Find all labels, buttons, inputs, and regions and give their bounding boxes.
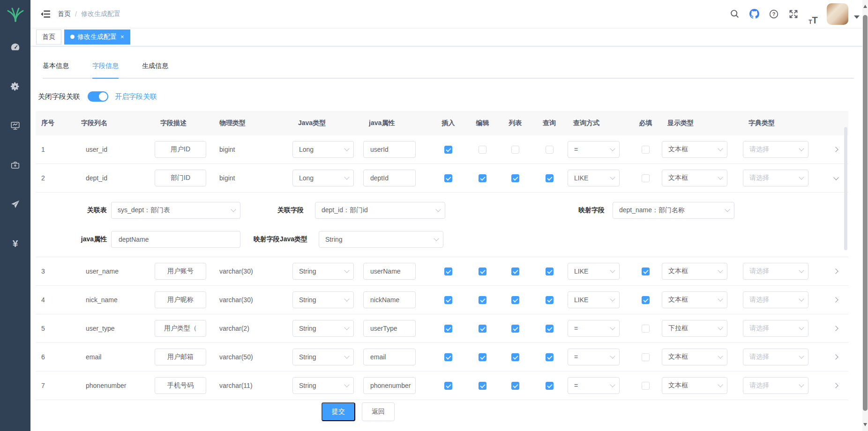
expand-row-button[interactable] xyxy=(831,323,842,334)
java-type-select[interactable]: String xyxy=(292,377,354,394)
expand-row-button[interactable] xyxy=(831,380,842,391)
insert-checkbox[interactable] xyxy=(444,296,452,304)
assoc-field-select[interactable]: dept_id：部门id xyxy=(315,202,445,219)
edit-checkbox[interactable] xyxy=(479,174,486,182)
expand-row-button[interactable] xyxy=(831,144,842,155)
tab-field-info[interactable]: 字段信息 xyxy=(92,62,119,78)
query-checkbox[interactable] xyxy=(546,353,554,361)
column-desc-input[interactable]: 用户ID xyxy=(155,141,206,158)
map-field-select[interactable]: dept_name：部门名称 xyxy=(613,202,734,219)
submit-button[interactable]: 提交 xyxy=(322,402,355,421)
query-checkbox[interactable] xyxy=(546,325,554,333)
window-scrollbar[interactable] xyxy=(862,0,868,431)
query-mode-select[interactable]: = xyxy=(568,141,620,158)
list-checkbox[interactable] xyxy=(511,325,519,333)
sidebar-item-tool[interactable] xyxy=(0,156,30,174)
java-attr-input[interactable]: deptName xyxy=(111,231,240,248)
sidebar-collapse-button[interactable] xyxy=(36,5,55,23)
query-checkbox[interactable] xyxy=(546,382,554,390)
display-type-select[interactable]: 文本框 xyxy=(662,349,727,365)
display-type-select[interactable]: 文本框 xyxy=(662,291,727,308)
query-mode-select[interactable]: = xyxy=(568,320,620,337)
sidebar-item-finance[interactable]: ¥ xyxy=(0,234,30,253)
scroll-up-icon[interactable] xyxy=(863,5,867,8)
query-mode-select[interactable]: = xyxy=(568,377,620,394)
breadcrumb-home[interactable]: 首页 xyxy=(58,10,71,18)
sidebar-item-system[interactable] xyxy=(0,77,30,96)
display-type-select[interactable]: 文本框 xyxy=(662,263,727,280)
sidebar-item-dashboard[interactable] xyxy=(0,37,30,56)
required-checkbox[interactable] xyxy=(642,268,650,275)
query-checkbox[interactable] xyxy=(546,268,554,275)
column-desc-input[interactable]: 用户类型（ xyxy=(155,320,206,337)
java-field-input[interactable]: nickName xyxy=(363,291,416,308)
java-type-select[interactable]: String xyxy=(292,320,354,337)
java-type-select[interactable]: String xyxy=(292,263,354,280)
column-desc-input[interactable]: 手机号码 xyxy=(155,377,206,394)
required-checkbox[interactable] xyxy=(642,325,650,333)
list-checkbox[interactable] xyxy=(511,268,519,275)
required-checkbox[interactable] xyxy=(642,296,650,304)
insert-checkbox[interactable] xyxy=(444,146,452,154)
query-checkbox[interactable] xyxy=(546,174,554,182)
dict-type-select[interactable]: 请选择 xyxy=(743,141,808,158)
tag-active[interactable]: 修改生成配置 × xyxy=(64,30,130,45)
java-field-input[interactable]: userName xyxy=(363,263,416,280)
query-mode-select[interactable]: LIKE xyxy=(568,263,620,280)
column-desc-input[interactable]: 用户账号 xyxy=(155,263,206,280)
expand-row-button[interactable] xyxy=(831,351,842,363)
java-type-select[interactable]: Long xyxy=(292,141,354,158)
display-type-select[interactable]: 下拉框 xyxy=(662,320,727,337)
insert-checkbox[interactable] xyxy=(444,268,452,275)
required-checkbox[interactable] xyxy=(642,353,650,361)
expand-row-button[interactable] xyxy=(831,266,842,277)
dict-type-select[interactable]: 请选择 xyxy=(743,349,808,365)
edit-checkbox[interactable] xyxy=(479,353,486,361)
required-checkbox[interactable] xyxy=(642,174,650,182)
help-button[interactable]: ? xyxy=(764,3,784,25)
insert-checkbox[interactable] xyxy=(444,174,452,182)
column-desc-input[interactable]: 用户邮箱 xyxy=(155,349,206,365)
fullscreen-button[interactable] xyxy=(784,3,803,25)
query-mode-select[interactable]: LIKE xyxy=(568,291,620,308)
java-type-select[interactable]: String xyxy=(292,349,354,365)
list-checkbox[interactable] xyxy=(511,353,519,361)
display-type-select[interactable]: 文本框 xyxy=(662,170,727,186)
dict-type-select[interactable]: 请选择 xyxy=(743,170,808,186)
back-button[interactable]: 返回 xyxy=(362,402,395,421)
display-type-select[interactable]: 文本框 xyxy=(662,377,727,394)
column-desc-input[interactable]: 用户昵称 xyxy=(155,291,206,308)
search-button[interactable] xyxy=(725,3,744,25)
required-checkbox[interactable] xyxy=(642,146,650,154)
java-field-input[interactable]: userType xyxy=(363,320,416,337)
insert-checkbox[interactable] xyxy=(444,325,452,333)
tab-basic-info[interactable]: 基本信息 xyxy=(43,62,69,78)
sidebar-item-deploy[interactable] xyxy=(0,195,30,214)
github-button[interactable] xyxy=(744,3,764,25)
edit-checkbox[interactable] xyxy=(479,325,486,333)
query-mode-select[interactable]: LIKE xyxy=(568,170,620,186)
tab-generate-info[interactable]: 生成信息 xyxy=(142,62,168,78)
list-checkbox[interactable] xyxy=(511,146,519,154)
java-type-select[interactable]: String xyxy=(292,291,354,308)
java-field-input[interactable]: email xyxy=(363,349,416,365)
scroll-down-icon[interactable] xyxy=(863,423,867,426)
query-checkbox[interactable] xyxy=(546,146,554,154)
java-field-input[interactable]: phonenumber xyxy=(363,377,416,394)
insert-checkbox[interactable] xyxy=(444,353,452,361)
dict-type-select[interactable]: 请选择 xyxy=(743,291,808,308)
required-checkbox[interactable] xyxy=(642,382,650,390)
sidebar-item-monitor[interactable] xyxy=(0,116,30,135)
edit-checkbox[interactable] xyxy=(479,382,486,390)
display-type-select[interactable]: 文本框 xyxy=(662,141,727,158)
query-checkbox[interactable] xyxy=(546,296,554,304)
map-java-type-select[interactable]: String xyxy=(319,231,443,248)
java-field-input[interactable]: deptId xyxy=(363,170,416,186)
user-menu[interactable] xyxy=(827,3,861,25)
list-checkbox[interactable] xyxy=(511,174,519,182)
column-desc-input[interactable]: 部门ID xyxy=(155,170,206,186)
insert-checkbox[interactable] xyxy=(444,382,452,390)
query-mode-select[interactable]: = xyxy=(568,349,620,365)
edit-checkbox[interactable] xyxy=(479,268,486,275)
assoc-table-select[interactable]: sys_dept：部门表 xyxy=(111,202,240,219)
